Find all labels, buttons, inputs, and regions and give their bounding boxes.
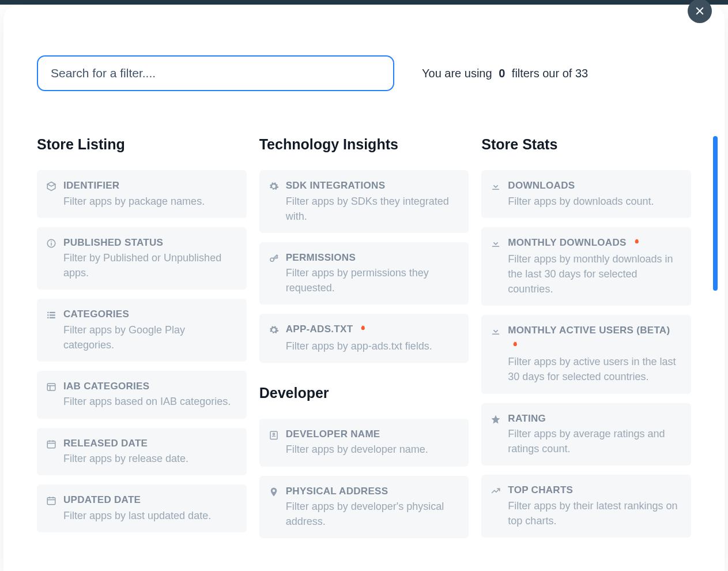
key-icon	[269, 253, 279, 264]
column-store-stats: Store Stats DOWNLOADS Filter apps by dow…	[481, 136, 691, 517]
svg-rect-5	[47, 312, 48, 313]
search-input[interactable]	[37, 55, 394, 91]
filter-title: IAB CATEGORIES	[63, 379, 237, 394]
filter-title: DEVELOPER NAME	[286, 427, 460, 442]
column-store-listing: Store Listing IDENTIFIER Filter apps by …	[37, 136, 247, 517]
filter-desc: Filter apps by SDKs they integrated with…	[286, 194, 460, 224]
gear-icon	[269, 325, 279, 335]
filter-title: CATEGORIES	[63, 307, 237, 322]
box-icon	[46, 181, 56, 191]
filter-title: IDENTIFIER	[63, 178, 237, 193]
filter-card-iab-categories[interactable]: IAB CATEGORIES Filter apps based on IAB …	[37, 371, 247, 419]
calendar-icon	[46, 439, 56, 449]
filter-desc: Filter apps by active users in the last …	[508, 354, 682, 384]
download-icon	[491, 181, 501, 191]
filter-card-published-status[interactable]: PUBLISHED STATUS Filter by Published or …	[37, 227, 247, 290]
filter-desc: Filter apps by app-ads.txt fields.	[286, 339, 460, 354]
section-title-developer: Developer	[259, 385, 469, 401]
filter-count-number: 0	[499, 67, 505, 80]
svg-rect-11	[47, 384, 55, 390]
filter-title: MONTHLY ACTIVE USERS (BETA)	[508, 323, 682, 354]
section-title-store-listing: Store Listing	[37, 136, 247, 153]
download-icon	[491, 326, 501, 336]
svg-rect-3	[51, 242, 52, 245]
svg-rect-18	[47, 498, 55, 505]
svg-rect-6	[50, 312, 55, 313]
info-icon	[46, 238, 56, 249]
filter-title: MONTHLY DOWNLOADS	[508, 235, 682, 251]
filter-title: PHYSICAL ADDRESS	[286, 484, 460, 499]
filter-title: TOP CHARTS	[508, 483, 682, 498]
section-title-technology-insights: Technology Insights	[259, 136, 469, 153]
gear-icon	[269, 181, 279, 191]
filter-desc: Filter apps by Google Play categories.	[63, 322, 237, 352]
filter-card-monthly-downloads[interactable]: MONTHLY DOWNLOADS Filter apps by monthly…	[481, 227, 691, 306]
filter-desc: Filter apps by developer's physical addr…	[286, 499, 460, 529]
filter-card-app-ads-txt[interactable]: APP-ADS.TXT Filter apps by app-ads.txt f…	[259, 314, 469, 363]
filter-count-suffix: filters our of 33	[512, 67, 588, 80]
list-icon	[46, 310, 56, 320]
svg-rect-9	[47, 317, 48, 318]
svg-point-24	[273, 433, 274, 435]
fire-icon	[358, 323, 367, 338]
close-icon	[695, 6, 705, 16]
filter-card-categories[interactable]: CATEGORIES Filter apps by Google Play ca…	[37, 299, 247, 362]
column-tech-developer: Technology Insights SDK INTEGRATIONS Fil…	[259, 136, 469, 517]
grid-icon	[46, 382, 56, 392]
filter-card-top-charts[interactable]: TOP CHARTS Filter apps by their latest r…	[481, 475, 691, 538]
filter-title: RATING	[508, 411, 682, 426]
svg-rect-7	[47, 315, 48, 316]
filter-count-summary: You are using 0 filters our of 33	[422, 67, 588, 80]
star-icon	[491, 414, 501, 425]
filter-desc: Filter apps by average ratings and ratin…	[508, 426, 682, 456]
filter-card-updated-date[interactable]: UPDATED DATE Filter apps by last updated…	[37, 484, 247, 532]
svg-rect-10	[50, 317, 55, 318]
filter-card-mau[interactable]: MONTHLY ACTIVE USERS (BETA) Filter apps …	[481, 315, 691, 393]
svg-point-22	[270, 258, 274, 261]
fire-icon	[510, 339, 519, 354]
svg-rect-4	[51, 241, 52, 242]
filter-desc: Filter apps by last updated date.	[63, 508, 237, 523]
filter-card-rating[interactable]: RATING Filter apps by average ratings an…	[481, 403, 691, 466]
section-title-store-stats: Store Stats	[481, 136, 691, 153]
id-icon	[269, 430, 279, 440]
filter-title: APP-ADS.TXT	[286, 322, 460, 338]
filter-desc: Filter apps by downloads count.	[508, 194, 682, 209]
filter-title: PERMISSIONS	[286, 250, 460, 265]
filter-title: RELEASED DATE	[63, 436, 237, 451]
filter-card-physical-address[interactable]: PHYSICAL ADDRESS Filter apps by develope…	[259, 476, 469, 539]
filter-desc: Filter apps by release date.	[63, 451, 237, 466]
filter-title: PUBLISHED STATUS	[63, 235, 237, 250]
backdrop-bar	[0, 0, 728, 5]
filter-card-downloads[interactable]: DOWNLOADS Filter apps by downloads count…	[481, 170, 691, 218]
close-button[interactable]	[688, 0, 712, 23]
filter-desc: Filter apps based on IAB categories.	[63, 394, 237, 409]
filter-desc: Filter apps by permissions they requeste…	[286, 265, 460, 295]
download-icon	[491, 238, 501, 249]
filter-desc: Filter apps by their latest rankings on …	[508, 498, 682, 528]
scroll-thumb[interactable]	[713, 136, 718, 291]
filter-card-sdk-integrations[interactable]: SDK INTEGRATIONS Filter apps by SDKs the…	[259, 170, 469, 233]
svg-rect-14	[47, 441, 55, 448]
filter-columns: Store Listing IDENTIFIER Filter apps by …	[37, 136, 691, 517]
scrollbar[interactable]	[713, 136, 718, 505]
filter-card-developer-name[interactable]: DEVELOPER NAME Filter apps by developer …	[259, 419, 469, 467]
filter-modal: You are using 0 filters our of 33 Store …	[3, 5, 725, 571]
filter-desc: Filter apps by monthly downloads in the …	[508, 251, 682, 296]
calendar-icon	[46, 495, 56, 506]
filter-desc: Filter by Published or Unpublished apps.	[63, 250, 237, 280]
filter-title: SDK INTEGRATIONS	[286, 178, 460, 193]
filter-title: UPDATED DATE	[63, 493, 237, 508]
chart-icon	[491, 486, 501, 496]
filter-card-permissions[interactable]: PERMISSIONS Filter apps by permissions t…	[259, 242, 469, 305]
filter-card-released-date[interactable]: RELEASED DATE Filter apps by release dat…	[37, 428, 247, 476]
filter-title: DOWNLOADS	[508, 178, 682, 193]
modal-header: You are using 0 filters our of 33	[37, 55, 691, 91]
filter-card-identifier[interactable]: IDENTIFIER Filter apps by package names.	[37, 170, 247, 218]
svg-rect-8	[50, 315, 55, 316]
pin-icon	[269, 487, 279, 497]
filter-count-prefix: You are using	[422, 67, 492, 80]
fire-icon	[632, 236, 640, 251]
filter-desc: Filter apps by package names.	[63, 194, 237, 209]
filter-desc: Filter apps by developer name.	[286, 442, 460, 457]
